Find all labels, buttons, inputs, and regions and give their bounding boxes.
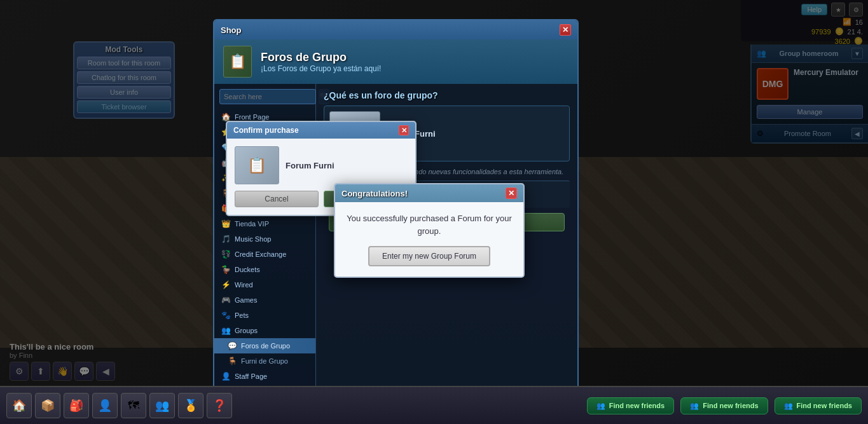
nav-foros-de-grupo[interactable]: 💬Foros de Grupo: [214, 338, 315, 353]
nav-icon: 👤: [221, 371, 231, 381]
groups-button[interactable]: 👥: [149, 393, 175, 418]
confirm-close-button[interactable]: ✕: [399, 125, 409, 135]
congrats-message: You successfully purchased a Forum for y…: [345, 212, 513, 237]
find-friends-button-2[interactable]: 👥 Find new friends: [680, 397, 768, 414]
quest-button[interactable]: 🗺: [121, 393, 146, 418]
congratulations-dialog: Congratulations! ✕ You successfully purc…: [334, 183, 525, 278]
nav-icon: ⚡: [221, 280, 231, 290]
congrats-body: You successfully purchased a Forum for y…: [335, 202, 523, 277]
nav-tienda-vip[interactable]: 👑Tienda VIP: [214, 216, 315, 231]
shop-banner-icon: 📋: [223, 46, 252, 78]
shop-category-title: Foros de Grupo: [261, 51, 381, 64]
find-friends-label-3: Find new friends: [797, 402, 852, 409]
nav-icon: 💱: [221, 249, 231, 259]
nav-icon: 👥: [221, 325, 231, 336]
shop-category-subtitle: ¡Los Foros de Grupo ya están aquí!: [261, 64, 381, 73]
find-friends-label-2: Find new friends: [703, 402, 758, 409]
confirm-title-bar: Confirm purchase ✕: [227, 122, 415, 139]
bottom-right-buttons: 👥 Find new friends 👥 Find new friends 👥 …: [587, 397, 862, 414]
nav-icon: 🎮: [221, 295, 231, 305]
nav-staff-page[interactable]: 👤Staff Page: [214, 369, 315, 384]
shop-search-input[interactable]: [219, 89, 316, 104]
nav-icon: 🎵: [221, 234, 231, 244]
find-friends-label-1: Find new friends: [609, 402, 665, 409]
nav-duckets[interactable]: 🦆Duckets: [214, 262, 315, 277]
shop-banner-text: Foros de Grupo ¡Los Foros de Grupo ya es…: [261, 51, 381, 73]
cancel-button[interactable]: Cancel: [235, 191, 319, 207]
catalog-button[interactable]: 📦: [35, 393, 60, 418]
congrats-title: Congratulations!: [341, 189, 408, 198]
friends-icon-1: 👥: [596, 402, 605, 410]
friends-icon-3: 👥: [784, 402, 793, 410]
nav-icon: 🪑: [227, 356, 237, 366]
confirm-product-name: Forum Furni: [286, 161, 334, 170]
avatar-button[interactable]: 👤: [92, 393, 118, 418]
confirm-product-image: 📋: [235, 146, 279, 184]
confirm-product-row: 📋 Forum Furni: [235, 146, 408, 184]
congrats-close-button[interactable]: ✕: [506, 188, 517, 199]
navigator-button[interactable]: 🏠: [6, 393, 32, 418]
friends-icon-2: 👥: [690, 402, 699, 410]
confirm-title: Confirm purchase: [233, 126, 299, 135]
inventory-button[interactable]: 🎒: [64, 393, 89, 418]
bottom-bar: 🏠 📦 🎒 👤 🗺 👥 🏅 ❓ 👥 Find new friends 👥 Fin…: [0, 386, 868, 424]
find-friends-button-1[interactable]: 👥 Find new friends: [587, 397, 674, 414]
congrats-title-bar: Congratulations! ✕: [335, 184, 523, 202]
nav-wired[interactable]: ⚡Wired: [214, 277, 315, 292]
shop-title: Shop: [221, 25, 242, 35]
shop-title-bar: Shop ✕: [214, 20, 577, 39]
help-button-bottom[interactable]: ❓: [207, 393, 232, 418]
bottom-icons-left: 🏠 📦 🎒 👤 🗺 👥 🏅 ❓: [6, 393, 232, 418]
nav-music-shop[interactable]: 🎵Music Shop: [214, 231, 315, 247]
nav-icon: 💬: [227, 341, 237, 351]
find-friends-button-3[interactable]: 👥 Find new friends: [775, 397, 862, 414]
nav-pets[interactable]: 🐾Pets: [214, 308, 315, 323]
badges-button[interactable]: 🏅: [178, 393, 203, 418]
nav-games[interactable]: 🎮Games: [214, 292, 315, 308]
search-row: 🔍: [214, 89, 315, 109]
nav-groups[interactable]: 👥Groups: [214, 323, 315, 338]
nav-credit-exchange[interactable]: 💱Credit Exchange: [214, 247, 315, 262]
shop-section-title: ¿Qué es un foro de grupo?: [324, 90, 570, 100]
nav-icon: 👑: [221, 219, 231, 229]
nav-icon: 🦆: [221, 264, 231, 275]
enter-forum-button[interactable]: Enter my new Group Forum: [368, 246, 490, 266]
nav-icon: 🐾: [221, 310, 231, 320]
shop-close-button[interactable]: ✕: [560, 24, 571, 36]
nav-furni-de-grupo[interactable]: 🪑Furni de Grupo: [214, 353, 315, 369]
shop-banner: 📋 Foros de Grupo ¡Los Foros de Grupo ya …: [214, 39, 577, 84]
